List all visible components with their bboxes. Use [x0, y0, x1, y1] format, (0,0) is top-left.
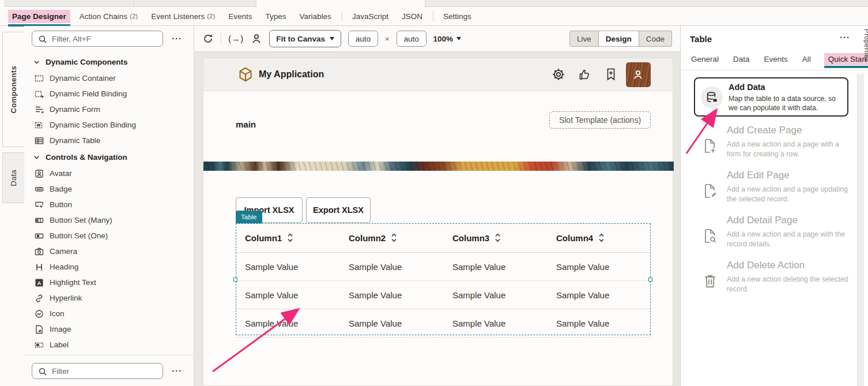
- collapsed-panel-label[interactable]: Properties: [863, 29, 868, 62]
- editor-tab-types[interactable]: Types: [262, 10, 290, 23]
- palette-item-icon[interactable]: Icon: [24, 306, 188, 321]
- user-icon[interactable]: [251, 33, 262, 44]
- dynamic-container-icon: [35, 74, 44, 83]
- refresh-icon[interactable]: [202, 33, 214, 44]
- properties-tab-events[interactable]: Events: [763, 53, 789, 65]
- tab-label: Page Designer: [12, 12, 66, 21]
- selection-handle-left[interactable]: [233, 278, 237, 282]
- editor-tab-event-listeners[interactable]: Event Listeners(2): [147, 10, 219, 23]
- properties-scrollbar-track[interactable]: [857, 74, 864, 386]
- palette-item-badge[interactable]: Badge: [24, 181, 188, 197]
- caret-down-icon: [456, 37, 461, 40]
- palette-item-hyperlink[interactable]: Hyperlink: [24, 290, 188, 306]
- mode-button-live[interactable]: Live: [569, 31, 599, 47]
- gear-icon[interactable]: [552, 68, 565, 81]
- sidebar-tab-components[interactable]: Components: [2, 32, 24, 147]
- tab-divider: [342, 11, 342, 21]
- palette-item-highlight-text[interactable]: AHighlight Text: [24, 275, 188, 290]
- palette-item-label[interactable]: Label: [24, 337, 188, 353]
- mode-button-code[interactable]: Code: [639, 31, 672, 47]
- buttonset-many-icon: [35, 216, 44, 225]
- editor-tab-json[interactable]: JSON: [398, 10, 427, 23]
- editor-tab-events[interactable]: Events: [224, 10, 256, 23]
- dynamic-form-icon: [35, 105, 44, 114]
- editor-tab-settings[interactable]: Settings: [439, 10, 475, 23]
- zoom-dropdown[interactable]: 100%: [433, 35, 462, 43]
- editor-tab-action-chains[interactable]: Action Chains(2): [76, 10, 142, 23]
- properties-tab-label: General: [691, 55, 719, 63]
- window-tab[interactable]: [134, 0, 256, 7]
- fit-to-canvas-label: Fit to Canvas: [276, 35, 325, 43]
- mode-label: Live: [577, 35, 591, 43]
- canvas-width-input[interactable]: [348, 31, 378, 47]
- properties-tab-data[interactable]: Data: [732, 53, 751, 65]
- properties-tab-quick-start[interactable]: Quick Start: [824, 53, 868, 65]
- selection-handle-right[interactable]: [648, 278, 652, 282]
- quickstart-add-data[interactable]: Add DataMap the table to a data source, …: [694, 77, 848, 117]
- mode-button-design[interactable]: Design: [599, 31, 639, 47]
- editor-tab-javascript[interactable]: JavaScript: [348, 10, 393, 23]
- thumbs-up-icon[interactable]: [578, 68, 591, 81]
- page-title: main: [236, 119, 256, 129]
- selection-badge: Table: [236, 211, 262, 223]
- highlight-text-icon: A: [35, 278, 44, 287]
- palette-item-button[interactable]: Button: [24, 197, 188, 212]
- quickstart-add-create-page[interactable]: Add Create PageAdd a new action and a pa…: [690, 125, 857, 166]
- export-xlsx-label: Export XLSX: [313, 205, 364, 215]
- section-title: Controls & Navigation: [46, 153, 127, 162]
- properties-overflow-button[interactable]: ···: [837, 32, 852, 42]
- palette-item-image[interactable]: Image: [24, 321, 188, 337]
- palette-item-label: Highlight Text: [50, 278, 96, 287]
- palette-item-grid-row[interactable]: Grid Row: [24, 382, 194, 386]
- editor-tab-page-designer[interactable]: Page Designer: [8, 10, 70, 23]
- palette-item-button-set-one[interactable]: Button Set (One): [24, 228, 188, 243]
- palette-overflow-button[interactable]: ···: [169, 33, 184, 43]
- palette-item-dynamic-section-binding[interactable]: Dynamic Section Binding: [24, 117, 188, 133]
- palette-item-dynamic-form[interactable]: Dynamic Form: [24, 102, 188, 117]
- fit-to-canvas-dropdown[interactable]: Fit to Canvas: [269, 30, 341, 47]
- app-title: My Application: [259, 69, 324, 80]
- editor-tab-variables[interactable]: Variables: [296, 10, 335, 23]
- palette-item-camera[interactable]: Camera: [24, 243, 188, 259]
- properties-tab-general[interactable]: General: [690, 53, 720, 65]
- canvas-height-input[interactable]: [397, 31, 427, 47]
- window-tab[interactable]: [5, 0, 134, 7]
- app-page-preview[interactable]: My Application main Slot Template (actio…: [203, 58, 673, 386]
- palette-item-label: Button Set (Many): [50, 216, 112, 224]
- user-avatar[interactable]: [626, 62, 651, 87]
- palette-item-label: Button Set (One): [50, 231, 108, 240]
- database-icon: [701, 87, 723, 108]
- component-filter-input[interactable]: Filter, Alt+F: [32, 31, 163, 47]
- bookmark-plus-icon[interactable]: [605, 68, 615, 81]
- palette-item-dynamic-field-binding[interactable]: Dynamic Field Binding: [24, 86, 188, 102]
- live-pointer-icon[interactable]: (→): [228, 34, 244, 43]
- tab-label: Types: [266, 12, 286, 21]
- palette-section-controls-navigation[interactable]: Controls & Navigation: [24, 148, 188, 166]
- palette-item-label: Badge: [50, 185, 72, 193]
- app-header[interactable]: My Application: [203, 58, 673, 91]
- quickstart-add-delete-action[interactable]: Add Delete ActionAdd a new action deleti…: [690, 260, 857, 301]
- sidebar-tab-data[interactable]: Data: [2, 152, 24, 203]
- palette-item-dynamic-container[interactable]: Dynamic Container: [24, 70, 188, 86]
- palette-item-avatar[interactable]: Avatar: [24, 166, 188, 181]
- quickstart-add-detail-page[interactable]: Add Detail PageAdd a new action and a pa…: [690, 215, 857, 256]
- quickstart-add-edit-page[interactable]: Add Edit PageAdd a new action and a page…: [690, 170, 857, 211]
- quickstart-title: Add Data: [729, 83, 765, 92]
- slot-template-placeholder[interactable]: Slot Template (actions): [549, 111, 651, 129]
- palette-item-heading[interactable]: Heading: [24, 259, 188, 275]
- properties-tab-divider: [681, 70, 868, 70]
- properties-tab-all[interactable]: All: [801, 53, 812, 65]
- palette-item-button-set-many[interactable]: Button Set (Many): [24, 212, 188, 228]
- design-canvas[interactable]: My Application main Slot Template (actio…: [194, 52, 680, 386]
- structure-filter-input[interactable]: Filter: [32, 363, 163, 379]
- tab-label: JSON: [402, 12, 422, 21]
- export-xlsx-button[interactable]: Export XLSX: [306, 197, 371, 223]
- component-palette: Filter, Alt+F ··· Dynamic ComponentsDyna…: [24, 26, 194, 386]
- palette-section-dynamic-components[interactable]: Dynamic Components: [24, 53, 188, 70]
- caret-down-icon: [330, 37, 334, 40]
- editor-tab-bar: Page DesignerAction Chains(2)Event Liste…: [0, 7, 868, 26]
- palette-item-dynamic-table[interactable]: Dynamic Table: [24, 133, 188, 148]
- window-tab[interactable]: [425, 0, 868, 7]
- palette-item-label: Label: [50, 340, 69, 349]
- structure-overflow-button[interactable]: ···: [169, 366, 184, 376]
